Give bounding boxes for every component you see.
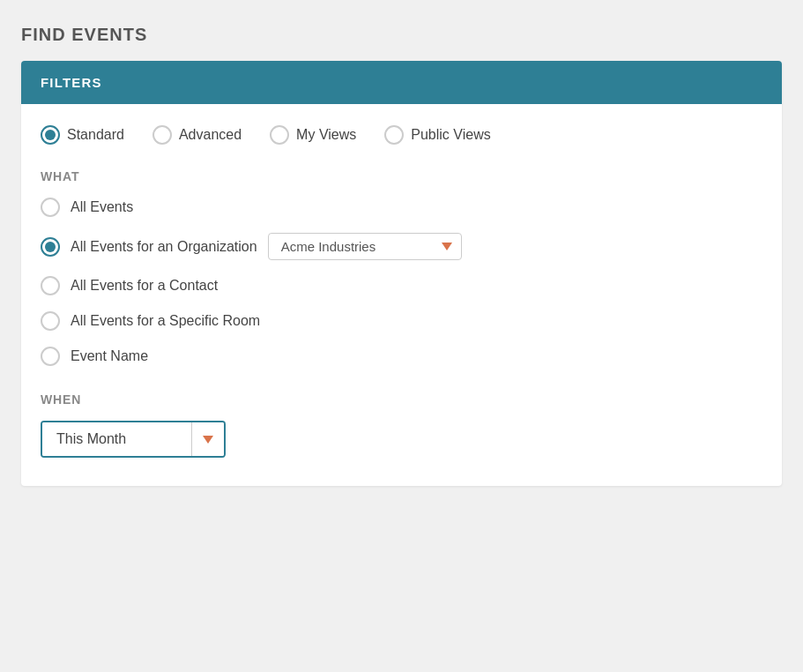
radio-advanced[interactable]: Advanced [152,125,242,145]
label-all-events-room: All Events for a Specific Room [71,313,260,329]
org-dropdown-arrow-icon [442,243,452,250]
radio-circle-advanced [152,125,172,145]
filters-header: FILTERS [21,61,782,104]
radio-circle-my-views [270,125,289,145]
org-dropdown[interactable]: Acme Industries [268,233,462,260]
radio-circle-all-events [41,198,60,217]
what-section: WHAT All Events All Events for an Organi… [41,169,762,366]
view-type-row: Standard Advanced My Views Public Views [41,125,762,145]
radio-label-standard: Standard [67,127,124,143]
what-section-label: WHAT [41,169,762,183]
radio-label-advanced: Advanced [179,127,242,143]
when-dropdown-arrow-box [191,422,224,456]
filters-body: Standard Advanced My Views Public Views [21,104,782,486]
radio-circle-public-views [384,125,404,145]
radio-standard[interactable]: Standard [41,125,124,145]
what-options: All Events All Events for an Organizatio… [41,198,762,366]
radio-circle-all-events-org [41,237,60,257]
label-event-name: Event Name [71,348,148,364]
radio-circle-standard [41,125,60,145]
option-all-events-room[interactable]: All Events for a Specific Room [41,311,762,331]
radio-label-public-views: Public Views [411,127,490,143]
when-dropdown-arrow-icon [203,436,213,444]
option-all-events[interactable]: All Events [41,198,762,217]
option-all-events-org[interactable]: All Events for an Organization Acme Indu… [41,233,762,260]
when-section-label: WHEN [41,392,762,407]
page-title: FIND EVENTS [21,25,782,45]
when-dropdown[interactable]: This Month [41,421,226,458]
radio-label-my-views: My Views [296,127,356,143]
label-all-events-contact: All Events for a Contact [71,278,218,294]
when-section: WHEN This Month [41,392,762,458]
org-dropdown-value: Acme Industries [281,239,433,254]
radio-circle-all-events-contact [41,276,60,295]
radio-my-views[interactable]: My Views [270,125,356,145]
label-all-events: All Events [71,199,133,215]
filters-card: FILTERS Standard Advanced My Views [21,61,782,486]
option-all-events-contact[interactable]: All Events for a Contact [41,276,762,295]
radio-circle-event-name [41,347,60,366]
when-dropdown-value: This Month [42,422,191,456]
radio-public-views[interactable]: Public Views [384,125,490,145]
radio-circle-all-events-room [41,311,60,331]
label-all-events-org: All Events for an Organization [71,239,257,255]
option-event-name[interactable]: Event Name [41,347,762,366]
